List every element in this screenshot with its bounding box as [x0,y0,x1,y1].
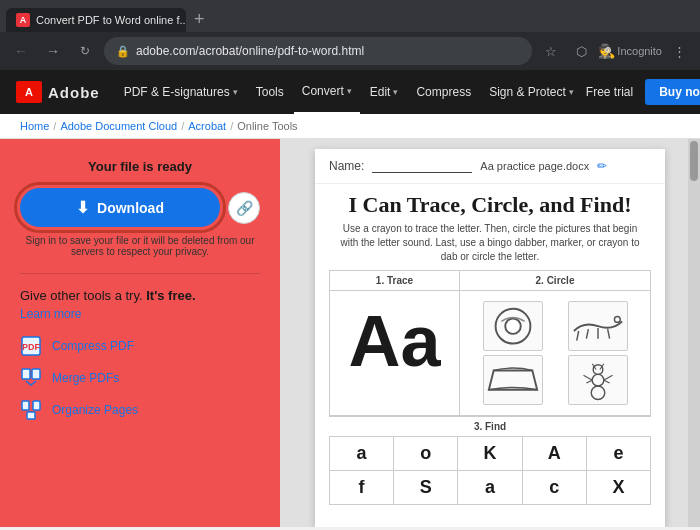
refresh-btn[interactable]: ↻ [72,38,98,64]
tab-title: Convert PDF to Word online f... [36,14,186,26]
tool-merge-label: Merge PDFs [52,371,119,385]
circle-label-cell: 2. Circle [460,271,651,291]
divider [20,273,260,274]
svg-point-9 [614,316,620,322]
tool-compress[interactable]: PDF Compress PDF [20,335,260,357]
trace-label-cell: 1. Trace [330,271,460,291]
doc-title: I Can Trace, Circle, and Find! [315,184,665,222]
breadcrumb-sep-1: / [53,120,56,132]
ready-text: Your file is ready [20,159,260,174]
adobe-icon: A [16,81,42,103]
circle-label: 2. Circle [466,275,644,286]
doc-find-section: 3. Find a o K A e f S a c X [329,416,651,505]
nav-convert-label: Convert [302,84,344,98]
incognito-badge: 🕵 Incognito [598,43,662,59]
doc-name-underline [372,160,472,173]
link-copy-btn[interactable]: 🔗 [228,192,260,224]
adobe-logo[interactable]: A Adobe [16,81,100,103]
svg-text:PDF: PDF [22,342,41,352]
find-letter-2: K [458,437,522,471]
doc-filename-row: Name: Aa practice page.docx ✏ [329,159,651,173]
bookmark-btn[interactable]: ☆ [538,38,564,64]
link-icon: 🔗 [236,200,253,216]
nav-tools-label: Tools [256,85,284,99]
svg-rect-4 [22,401,29,410]
svg-rect-5 [33,401,40,410]
download-label: Download [97,200,164,216]
big-letters-cell: Aa [330,291,460,416]
scrollbar[interactable] [688,139,700,527]
tool-merge[interactable]: Merge PDFs [20,367,260,389]
circle-images [466,295,644,411]
nav-compress[interactable]: Compress [408,70,479,114]
breadcrumb-adc[interactable]: Adobe Document Cloud [60,120,177,132]
nav-pdf-arrow: ▾ [233,87,238,97]
refresh-icon: ↻ [80,44,90,58]
nav-compress-label: Compress [416,85,471,99]
nav-pdf-signatures[interactable]: PDF & E-signatures ▾ [116,70,246,114]
breadcrumb: Home / Adobe Document Cloud / Acrobat / … [0,114,700,139]
donut-sketch [483,301,543,351]
breadcrumb-home[interactable]: Home [20,120,49,132]
svg-point-10 [591,386,605,400]
nav-edit-arrow: ▾ [393,87,398,97]
new-tab-btn[interactable]: + [186,7,213,32]
header-nav: PDF & E-signatures ▾ Tools Convert ▾ Edi… [116,70,582,114]
tool-compress-label: Compress PDF [52,339,134,353]
header-actions: Free trial Buy now 🔍 Sign In [582,78,700,106]
forward-icon: → [46,43,60,59]
forward-btn[interactable]: → [40,38,66,64]
doc-grid: 1. Trace 2. Circle Aa [329,270,651,416]
adobe-text: Adobe [48,84,100,101]
url-bar[interactable]: 🔒 adobe.com/acrobat/online/pdf-to-word.h… [104,37,532,65]
incognito-icon: 🕵 [598,43,615,59]
left-panel: Your file is ready ⬇ Download 🔗 Sign in … [0,139,280,527]
tab-bar: A Convert PDF to Word online f... ✕ + [0,0,700,32]
find-letter-4: e [587,437,651,471]
nav-sign-protect[interactable]: Sign & Protect ▾ [481,70,582,114]
free-trial-btn[interactable]: Free trial [582,85,637,99]
svg-point-11 [592,374,604,386]
breadcrumb-acrobat[interactable]: Acrobat [188,120,226,132]
find-letter-9: X [587,471,651,505]
incognito-label: Incognito [617,45,662,57]
extensions-btn[interactable]: ⬡ [568,38,594,64]
nav-tools[interactable]: Tools [248,70,292,114]
nav-bar: ← → ↻ 🔒 adobe.com/acrobat/online/pdf-to-… [0,32,700,70]
download-wrapper: ⬇ Download 🔗 [20,188,260,227]
lock-icon: 🔒 [116,45,130,58]
pie-sketch [483,355,543,405]
scrollbar-thumb [690,141,698,181]
find-letters-grid: a o K A e f S a c X [329,437,651,505]
doc-preview: Name: Aa practice page.docx ✏ I Can Trac… [315,149,665,527]
right-panel: Name: Aa practice page.docx ✏ I Can Trac… [280,139,700,527]
svg-point-12 [593,365,603,375]
edit-pencil-icon[interactable]: ✏ [597,159,607,173]
compress-icon: PDF [20,335,42,357]
nav-edit[interactable]: Edit ▾ [362,70,407,114]
find-letter-8: c [523,471,587,505]
find-letter-1: o [394,437,458,471]
nav-edit-label: Edit [370,85,391,99]
active-tab[interactable]: A Convert PDF to Word online f... ✕ [6,8,186,32]
tool-organize-label: Organize Pages [52,403,138,417]
url-text: adobe.com/acrobat/online/pdf-to-word.htm… [136,44,520,58]
browser-chrome: A Convert PDF to Word online f... ✕ + ← … [0,0,700,70]
back-btn[interactable]: ← [8,38,34,64]
nav-convert[interactable]: Convert ▾ [294,70,360,114]
tab-favicon: A [16,13,30,27]
buy-now-btn[interactable]: Buy now [645,79,700,105]
find-letter-0: a [330,437,394,471]
find-letter-6: S [394,471,458,505]
tool-list: PDF Compress PDF Merge PDFs [20,335,260,421]
menu-btn[interactable]: ⋮ [666,38,692,64]
main-content: Your file is ready ⬇ Download 🔗 Sign in … [0,139,700,527]
doc-subtitle: Use a crayon to trace the letter. Then, … [315,222,665,270]
alligator-sketch [568,301,628,351]
tool-organize[interactable]: Organize Pages [20,399,260,421]
download-btn[interactable]: ⬇ Download [20,188,220,227]
circle-images-cell [460,291,651,416]
learn-more-link[interactable]: Learn more [20,307,260,321]
nav-sign-arrow: ▾ [569,87,574,97]
merge-icon [20,367,42,389]
